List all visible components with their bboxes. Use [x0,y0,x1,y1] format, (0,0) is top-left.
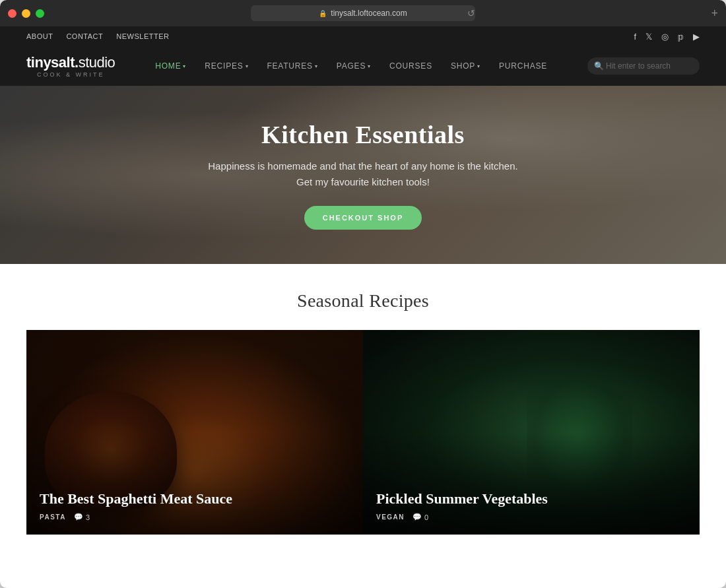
seasonal-section: Seasonal Recipes The Best Spaghetti Meat… [0,264,726,535]
recipe-grid: The Best Spaghetti Meat Sauce PASTA 💬 3 [26,330,700,535]
url-bar[interactable]: 🔒 tinysalt.loftocean.com [251,5,475,21]
nav-features[interactable]: FEATURES ▾ [259,56,325,76]
logo-tagline: COOK & WRITE [26,71,115,78]
twitter-icon[interactable]: 𝕏 [645,32,652,42]
logo-name: tinysalt.studio [26,54,115,71]
url-text: tinysalt.loftocean.com [331,9,407,18]
checkout-shop-button[interactable]: CHECKOUT SHOP [304,206,422,230]
util-links: ABOUT CONTACT NEWSLETTER [26,32,169,40]
recipe-category-pasta: PASTA [40,513,66,521]
facebook-icon[interactable]: f [634,32,636,42]
mac-window-controls [8,9,44,18]
recipe-comments-pasta: 💬 3 [74,513,90,521]
search-wrapper: 🔍 [587,57,700,75]
about-link[interactable]: ABOUT [26,32,53,40]
recipe-card-vegan[interactable]: Pickled Summer Vegetables VEGAN 💬 0 [363,330,700,535]
comment-icon-pasta: 💬 [74,513,83,521]
nav-links: HOME ▾ RECIPES ▾ FEATURES ▾ PAGES ▾ COUR… [147,56,555,76]
nav-home[interactable]: HOME ▾ [147,56,194,76]
recipes-arrow-icon: ▾ [246,63,249,69]
card-content-left: The Best Spaghetti Meat Sauce PASTA 💬 3 [26,477,363,535]
logo[interactable]: tinysalt.studio COOK & WRITE [26,54,115,78]
pinterest-icon[interactable]: 𝕡 [678,32,684,42]
recipe-meta-vegan: VEGAN 💬 0 [376,513,686,521]
recipe-title-pasta: The Best Spaghetti Meat Sauce [40,490,350,507]
card-content-right: Pickled Summer Vegetables VEGAN 💬 0 [363,477,700,535]
hero-section: Kitchen Essentials Happiness is homemade… [0,86,726,264]
nav-pages[interactable]: PAGES ▾ [329,56,379,76]
search-input[interactable] [587,57,700,75]
refresh-icon[interactable]: ↺ [467,8,475,18]
lock-icon: 🔒 [319,10,327,17]
seasonal-title: Seasonal Recipes [26,290,700,311]
search-icon: 🔍 [594,61,604,71]
comment-icon-vegan: 💬 [412,513,422,521]
youtube-icon[interactable]: ▶ [693,32,700,42]
home-arrow-icon: ▾ [183,63,186,69]
pages-arrow-icon: ▾ [368,63,371,69]
hero-content: Kitchen Essentials Happiness is homemade… [208,120,517,230]
recipe-meta-pasta: PASTA 💬 3 [40,513,350,521]
newsletter-link[interactable]: NEWSLETTER [116,32,169,40]
recipe-title-vegan: Pickled Summer Vegetables [376,490,686,507]
hero-title: Kitchen Essentials [208,120,517,149]
mac-window: 🔒 tinysalt.loftocean.com ↺ + ABOUT CONTA… [0,0,726,588]
instagram-icon[interactable]: ◎ [661,32,669,42]
new-tab-button[interactable]: + [711,7,718,20]
maximize-button[interactable] [36,9,44,18]
nav-courses[interactable]: COURSES [381,56,440,76]
nav-recipes[interactable]: RECIPES ▾ [197,56,256,76]
utility-bar: ABOUT CONTACT NEWSLETTER f 𝕏 ◎ 𝕡 ▶ [0,26,726,46]
hero-subtitle: Happiness is homemade and that the heart… [208,158,517,190]
minimize-button[interactable] [22,9,30,18]
recipe-comments-vegan: 💬 0 [412,513,428,521]
close-button[interactable] [8,9,16,18]
nav-purchase[interactable]: PURCHASE [491,56,555,76]
nav-shop[interactable]: SHOP ▾ [443,56,488,76]
shop-arrow-icon: ▾ [477,63,480,69]
features-arrow-icon: ▾ [315,63,318,69]
social-links: f 𝕏 ◎ 𝕡 ▶ [634,32,700,42]
mac-titlebar: 🔒 tinysalt.loftocean.com ↺ + [0,0,726,26]
recipe-category-vegan: VEGAN [376,513,405,521]
main-navigation: tinysalt.studio COOK & WRITE HOME ▾ RECI… [0,46,726,86]
contact-link[interactable]: CONTACT [66,32,103,40]
recipe-card-pasta[interactable]: The Best Spaghetti Meat Sauce PASTA 💬 3 [26,330,363,535]
